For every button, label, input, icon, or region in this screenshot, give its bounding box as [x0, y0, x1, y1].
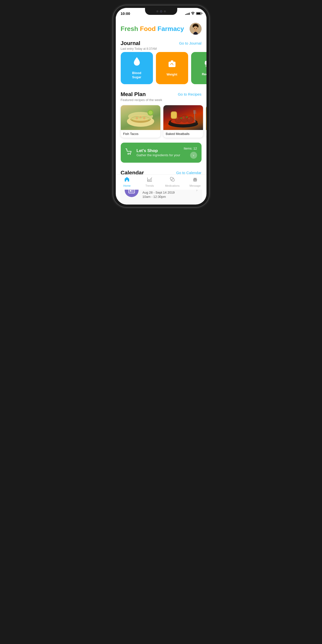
blood-sugar-icon: [133, 57, 141, 68]
recipe-icon: [203, 60, 206, 70]
journal-cards: Blood Sugar Weight: [116, 51, 206, 88]
svg-point-73: [194, 179, 196, 180]
message-label: Message: [189, 184, 201, 187]
weight-label: Weight: [167, 72, 177, 77]
phone-frame: 10:00: [113, 5, 209, 208]
trends-icon: [147, 176, 152, 184]
apple-thyme-image: [206, 105, 206, 130]
home-icon: [124, 176, 130, 184]
bottom-nav: Home: [116, 174, 206, 190]
fish-tacos-label: Fish Tacos: [121, 130, 160, 138]
signal-bar-2: [186, 14, 187, 15]
meal-plan-subtitle: Featured recipes of the week: [116, 98, 206, 104]
svg-point-32: [180, 117, 182, 119]
svg-line-35: [194, 110, 194, 114]
signal-bar-1: [185, 14, 186, 15]
shop-banner[interactable]: Let's Shop Gather the ingredients for yo…: [121, 142, 201, 163]
title-farmacy: Farmacy: [157, 25, 184, 32]
apple-thyme-label: Apple Thyme C: [206, 130, 206, 138]
journal-last-entry: Last entry Today at 8:37AM: [121, 46, 157, 50]
svg-point-28: [187, 116, 193, 122]
status-icons: [185, 12, 201, 15]
notch-dot-right: [164, 10, 166, 12]
baked-meatballs-image: [163, 105, 203, 130]
svg-point-55: [128, 154, 129, 155]
svg-point-75: [196, 179, 197, 180]
shop-chevron-icon: ›: [190, 152, 197, 159]
medications-icon: [170, 176, 175, 184]
notch-dot-left: [156, 10, 158, 12]
svg-point-3: [194, 28, 195, 29]
nav-item-message[interactable]: Message: [184, 176, 206, 187]
svg-rect-67: [151, 179, 152, 182]
journal-card-blood-sugar[interactable]: Blood Sugar: [121, 52, 153, 84]
journal-card-weight[interactable]: Weight: [156, 52, 188, 84]
svg-point-19: [148, 111, 152, 115]
go-to-recipes-link[interactable]: Go to Recipes: [178, 92, 201, 96]
signal-bar-3: [188, 13, 188, 15]
svg-line-37: [196, 110, 196, 114]
event-date: Aug 28 - Sept 14 2019: [143, 191, 192, 194]
svg-line-36: [195, 110, 195, 114]
svg-rect-64: [148, 180, 148, 182]
meal-plan-section-header: Meal Plan Go to Recipes: [116, 88, 206, 98]
go-to-journal-link[interactable]: Go to Journal: [179, 41, 201, 45]
title-fresh: Fresh: [121, 25, 138, 32]
shop-left: Let's Shop Gather the ingredients for yo…: [125, 148, 180, 158]
app-header: Fresh Food Farmacy: [116, 19, 206, 37]
svg-point-74: [193, 179, 195, 180]
shop-items-count: Items: 12: [184, 146, 197, 150]
svg-point-2: [193, 26, 198, 31]
svg-rect-7: [171, 60, 173, 62]
signal-bar-4: [189, 13, 190, 15]
wifi-icon: [191, 12, 195, 15]
meal-plan-cards: Fish Tacos: [116, 104, 206, 142]
svg-point-33: [186, 116, 188, 118]
shop-right: Items: 12 ›: [184, 146, 197, 159]
status-bar: 10:00: [116, 8, 206, 19]
svg-point-4: [196, 28, 197, 29]
recipe-label: Recipe: [202, 72, 206, 76]
meal-card-apple-thyme[interactable]: Apple Thyme C: [206, 105, 206, 138]
svg-rect-76: [193, 180, 197, 182]
journal-section-header: Journal Last entry Today at 8:37AM Go to…: [116, 37, 206, 51]
medications-label: Medications: [165, 184, 180, 187]
svg-point-56: [130, 154, 131, 155]
nav-item-trends[interactable]: Trends: [138, 176, 161, 187]
phone-screen: 10:00: [116, 8, 206, 204]
meal-card-fish-tacos[interactable]: Fish Tacos: [121, 105, 160, 138]
notch: [145, 8, 177, 15]
title-food: Food: [140, 25, 156, 32]
message-icon: [192, 176, 198, 184]
meal-plan-title: Meal Plan: [121, 91, 146, 98]
trends-label: Trends: [146, 184, 154, 187]
avatar[interactable]: [190, 23, 201, 35]
event-time: 10am - 12:30pm: [143, 195, 192, 198]
battery-icon: [196, 12, 201, 15]
shop-title: Let's Shop: [137, 148, 180, 153]
blood-sugar-label: Blood Sugar: [132, 71, 141, 80]
svg-rect-61: [130, 190, 131, 192]
journal-card-recipe[interactable]: Recipe: [191, 52, 206, 84]
scroll-content[interactable]: Fresh Food Farmacy: [116, 19, 206, 204]
baked-meatballs-label: Baked Meatballs: [163, 130, 203, 138]
status-time: 10:00: [121, 12, 130, 16]
svg-rect-66: [150, 180, 151, 182]
shop-text: Let's Shop Gather the ingredients for yo…: [137, 148, 180, 157]
cart-icon: [125, 148, 133, 158]
svg-rect-65: [149, 180, 149, 182]
notch-camera: [160, 10, 162, 13]
app-title: Fresh Food Farmacy: [121, 25, 184, 33]
battery-fill: [197, 13, 201, 14]
weight-icon: [168, 60, 176, 70]
svg-rect-39: [171, 112, 176, 118]
home-label: Home: [123, 184, 131, 187]
meal-card-baked-meatballs[interactable]: Baked Meatballs: [163, 105, 203, 138]
signal-bars: [185, 12, 190, 15]
nav-item-home[interactable]: Home: [116, 176, 139, 187]
journal-title: Journal: [121, 40, 157, 46]
nav-item-medications[interactable]: Medications: [161, 176, 184, 187]
svg-point-30: [182, 116, 185, 119]
svg-rect-6: [169, 62, 175, 67]
fish-tacos-image: [121, 105, 160, 130]
